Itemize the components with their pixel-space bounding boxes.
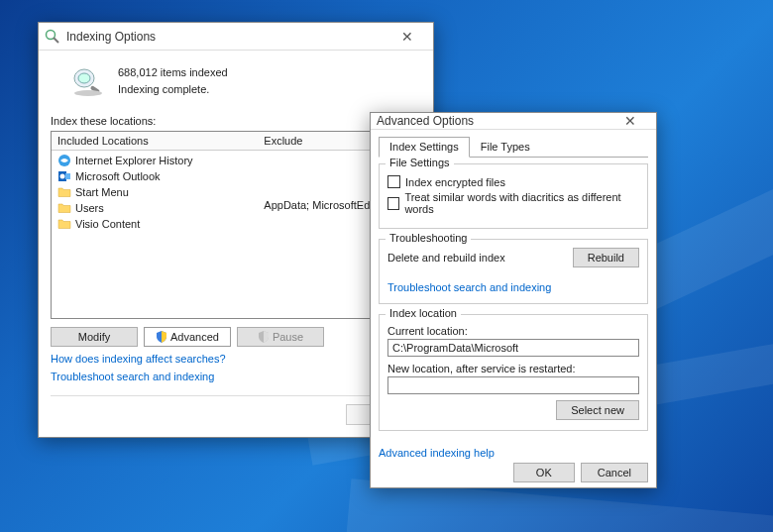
list-item[interactable]: Internet Explorer History <box>52 153 258 168</box>
list-item-label: Microsoft Outlook <box>75 170 161 182</box>
close-icon[interactable]: ✕ <box>387 29 427 45</box>
current-location-label: Current location: <box>387 325 639 337</box>
tab-file-types[interactable]: File Types <box>470 137 541 158</box>
advanced-options-window: Advanced Options ✕ Index Settings File T… <box>370 112 657 488</box>
tab-index-settings[interactable]: Index Settings <box>379 137 470 158</box>
shield-icon <box>156 331 167 343</box>
svg-point-9 <box>60 174 65 179</box>
ie-icon <box>57 154 71 167</box>
file-settings-legend: File Settings <box>386 157 454 168</box>
troubleshoot-search-link[interactable]: Troubleshoot search and indexing <box>387 281 639 293</box>
svg-point-3 <box>78 73 90 83</box>
close-icon[interactable]: ✕ <box>610 113 650 129</box>
advanced-titlebar[interactable]: Advanced Options ✕ <box>371 113 656 130</box>
included-column-header[interactable]: Included Locations <box>52 132 258 151</box>
delete-rebuild-label: Delete and rebuild index <box>387 252 505 264</box>
advanced-help-link[interactable]: Advanced indexing help <box>379 447 648 459</box>
magnifier-icon <box>70 65 106 97</box>
items-indexed-label: 688,012 items indexed <box>118 64 228 81</box>
index-location-group: Index location Current location: C:\Prog… <box>379 314 648 431</box>
list-item-label: Visio Content <box>75 218 140 230</box>
troubleshooting-legend: Troubleshooting <box>386 232 471 244</box>
svg-point-5 <box>74 90 102 96</box>
troubleshooting-group: Troubleshooting Delete and rebuild index… <box>379 239 648 304</box>
troubleshoot-link[interactable]: Troubleshoot search and indexing <box>51 371 421 382</box>
rebuild-button[interactable]: Rebuild <box>573 248 639 267</box>
list-item[interactable]: Microsoft Outlook <box>52 168 258 184</box>
shield-icon <box>258 331 270 343</box>
cancel-button[interactable]: Cancel <box>581 463 648 482</box>
list-item[interactable]: Users <box>52 200 258 216</box>
affect-searches-link[interactable]: How does indexing affect searches? <box>51 353 421 365</box>
locations-section-label: Index these locations: <box>51 115 421 127</box>
indexing-status-label: Indexing complete. <box>118 81 228 98</box>
indexing-titlebar[interactable]: Indexing Options ✕ <box>39 23 433 51</box>
list-item-label: Internet Explorer History <box>75 155 193 166</box>
tabs: Index Settings File Types <box>379 136 648 158</box>
new-location-field[interactable] <box>387 376 639 394</box>
modify-button[interactable]: Modify <box>51 327 138 347</box>
advanced-title: Advanced Options <box>377 114 610 128</box>
svg-rect-8 <box>65 173 70 179</box>
list-item-label: Start Menu <box>75 186 129 198</box>
diacritics-checkbox[interactable] <box>387 197 399 210</box>
list-item[interactable]: Start Menu <box>52 184 258 200</box>
svg-line-1 <box>54 38 58 43</box>
index-encrypted-checkbox[interactable] <box>387 175 400 188</box>
folder-icon <box>57 185 71 199</box>
pause-button[interactable]: Pause <box>237 327 324 347</box>
locations-listbox[interactable]: Included Locations Internet Explorer His… <box>51 131 421 319</box>
folder-icon <box>57 201 71 215</box>
index-location-legend: Index location <box>386 307 461 319</box>
list-item-label: Users <box>75 202 104 214</box>
index-encrypted-label: Index encrypted files <box>405 176 505 188</box>
indexing-window-icon <box>45 29 60 45</box>
new-location-label: New location, after service is restarted… <box>387 363 639 374</box>
folder-icon <box>57 217 71 231</box>
advanced-button[interactable]: Advanced <box>144 327 231 347</box>
file-settings-group: File Settings Index encrypted files Trea… <box>379 163 648 229</box>
select-new-button[interactable]: Select new <box>556 400 639 420</box>
current-location-field[interactable]: C:\ProgramData\Microsoft <box>387 339 639 357</box>
status-row: 688,012 items indexed Indexing complete. <box>70 64 421 97</box>
outlook-icon <box>57 169 71 183</box>
list-item[interactable]: Visio Content <box>52 216 258 232</box>
diacritics-label: Treat similar words with diacritics as d… <box>404 191 639 215</box>
indexing-title: Indexing Options <box>66 30 387 44</box>
ok-button[interactable]: OK <box>513 463 575 482</box>
